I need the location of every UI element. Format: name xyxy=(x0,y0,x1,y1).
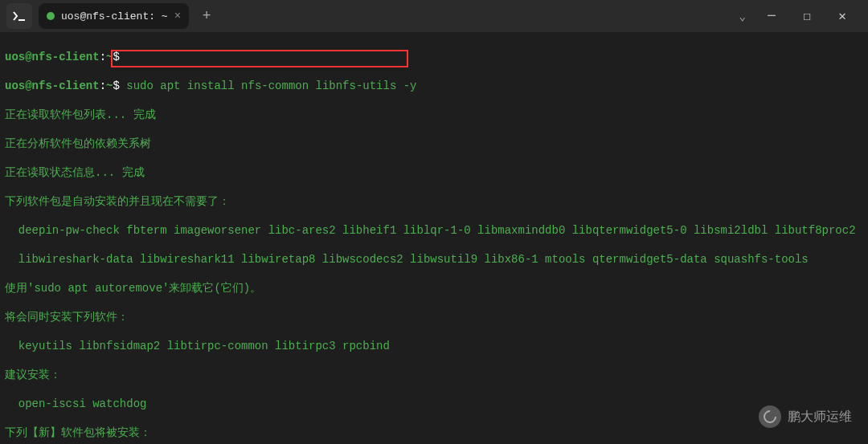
tab-status-dot xyxy=(47,12,55,20)
dropdown-caret-icon[interactable]: ⌄ xyxy=(733,10,752,23)
prompt-user: uos@nfs-client xyxy=(5,51,100,63)
window-controls: ─ ☐ ✕ xyxy=(759,5,862,27)
wechat-icon xyxy=(759,405,781,428)
output-line: 正在分析软件包的依赖关系树 xyxy=(5,136,863,151)
output-line: open-iscsi watchdog xyxy=(5,397,863,411)
output-line: deepin-pw-check fbterm imageworsener lib… xyxy=(5,223,863,238)
watermark-text: 鹏大师运维 xyxy=(788,409,852,426)
watermark: 鹏大师运维 xyxy=(759,405,852,428)
output-line: 正在读取状态信息... 完成 xyxy=(5,165,863,180)
output-line: 使用'sudo apt autoremove'来卸载它(它们)。 xyxy=(5,281,863,295)
new-tab-button[interactable]: + xyxy=(195,5,218,27)
tab-title: uos@nfs-client: ~ xyxy=(61,10,168,22)
output-line: 正在读取软件包列表... 完成 xyxy=(5,108,863,122)
tab-close-icon[interactable]: × xyxy=(174,10,181,22)
minimize-button[interactable]: ─ xyxy=(759,5,784,27)
output-line: 将会同时安装下列软件： xyxy=(5,310,863,324)
titlebar: uos@nfs-client: ~ × + ⌄ ─ ☐ ✕ xyxy=(0,0,868,32)
terminal-output[interactable]: uos@nfs-client:~$ uos@nfs-client:~$ sudo… xyxy=(0,32,868,444)
output-line: 建议安装： xyxy=(5,368,863,382)
close-button[interactable]: ✕ xyxy=(829,5,855,27)
prompt-user: uos@nfs-client xyxy=(5,79,100,92)
app-icon[interactable] xyxy=(6,3,32,29)
command-text: sudo apt install nfs-common libnfs-utils… xyxy=(126,79,416,92)
tab-terminal[interactable]: uos@nfs-client: ~ × xyxy=(39,3,189,29)
output-line: 下列软件包是自动安装的并且现在不需要了： xyxy=(5,194,863,209)
output-line: 下列【新】软件包将被安装： xyxy=(5,426,863,440)
output-line: libwireshark-data libwireshark11 libwire… xyxy=(5,252,863,267)
maximize-button[interactable]: ☐ xyxy=(794,5,820,27)
output-line: keyutils libnfsidmap2 libtirpc-common li… xyxy=(5,339,863,353)
